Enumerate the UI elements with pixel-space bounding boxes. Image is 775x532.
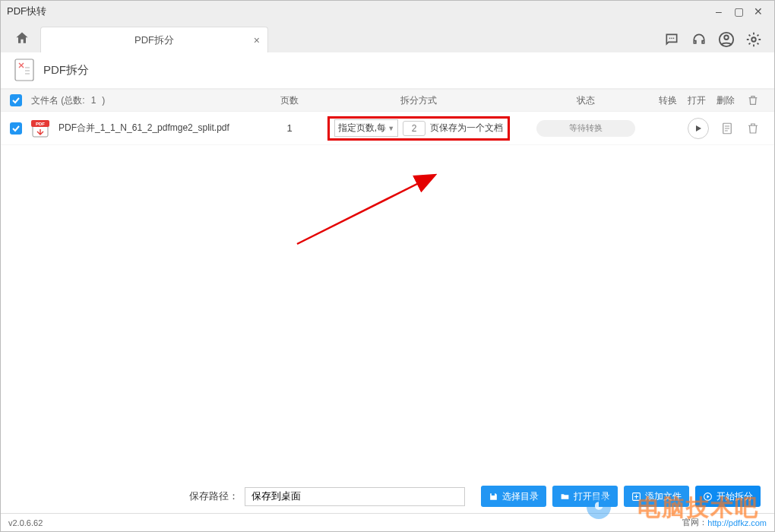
svg-line-11 bbox=[297, 176, 434, 244]
pdf-file-icon: PDF bbox=[31, 119, 52, 138]
site-label: 官网： bbox=[682, 517, 707, 528]
file-row: PDF PDF合并_1_1_N_61_2_pdfmge2_split.pdf 1… bbox=[1, 112, 774, 145]
filename: PDF合并_1_1_N_61_2_pdfmge2_split.pdf bbox=[59, 122, 229, 135]
home-icon bbox=[14, 30, 30, 46]
pdf-split-page-icon bbox=[14, 59, 36, 83]
add-file-button[interactable]: 添加文件 bbox=[624, 486, 689, 507]
open-dir-button[interactable]: 打开目录 bbox=[552, 486, 618, 507]
col-pages: 页数 bbox=[274, 94, 305, 107]
site-url[interactable]: http://pdfkz.com bbox=[707, 518, 767, 527]
svg-text:PDF: PDF bbox=[36, 122, 45, 126]
annotation-arrow bbox=[289, 168, 457, 252]
svg-point-1 bbox=[671, 38, 672, 40]
chat-icon[interactable] bbox=[663, 31, 680, 48]
svg-rect-6 bbox=[15, 59, 33, 81]
col-filename: 文件名 (总数:1) bbox=[31, 94, 274, 107]
pages-value: 1 bbox=[274, 122, 305, 134]
gear-icon[interactable] bbox=[745, 31, 762, 48]
svg-point-2 bbox=[673, 38, 675, 40]
version-text: v2.0.6.62 bbox=[8, 518, 43, 527]
toolbar: PDF拆分 × bbox=[1, 22, 774, 52]
col-mode: 拆分方式 bbox=[305, 94, 533, 107]
footer-bar: 保存路径： 选择目录 打开目录 添加文件 开始拆分 bbox=[1, 481, 774, 511]
col-status: 状态 bbox=[533, 94, 639, 107]
tab-pdf-split[interactable]: PDF拆分 × bbox=[40, 27, 268, 52]
svg-point-4 bbox=[724, 36, 729, 40]
app-title: PDF快转 bbox=[7, 5, 46, 18]
row-checkbox[interactable] bbox=[10, 122, 22, 135]
chevron-down-icon: ▼ bbox=[388, 125, 394, 132]
page-title: PDF拆分 bbox=[43, 63, 89, 78]
split-mode-select[interactable]: 指定页数,每▼ bbox=[334, 119, 398, 137]
mode-suffix-text: 页保存为一个文档 bbox=[430, 122, 503, 135]
pages-per-doc-input[interactable] bbox=[403, 121, 425, 136]
select-all-checkbox[interactable] bbox=[10, 94, 22, 106]
tab-title: PDF拆分 bbox=[52, 33, 257, 47]
save-icon bbox=[489, 492, 498, 502]
save-path-input[interactable] bbox=[245, 487, 465, 506]
svg-point-0 bbox=[669, 38, 671, 40]
title-bar: PDF快转 – ▢ ✕ bbox=[1, 1, 774, 22]
status-pill: 等待转换 bbox=[536, 120, 635, 137]
col-actions-head: 转换 打开 删除 bbox=[639, 93, 774, 108]
close-button[interactable]: ✕ bbox=[748, 5, 768, 17]
start-split-button[interactable]: 开始拆分 bbox=[695, 486, 761, 507]
tab-close-button[interactable]: × bbox=[254, 34, 260, 46]
delete-row-button[interactable] bbox=[745, 121, 761, 136]
clear-all-icon[interactable] bbox=[745, 93, 761, 108]
choose-dir-button[interactable]: 选择目录 bbox=[481, 486, 546, 507]
home-button[interactable] bbox=[8, 27, 36, 49]
list-header: 文件名 (总数:1) 页数 拆分方式 状态 转换 打开 删除 bbox=[1, 89, 774, 112]
status-bar: v2.0.6.62 官网： http://pdfkz.com bbox=[1, 513, 774, 531]
play-circle-icon bbox=[703, 492, 713, 502]
open-file-button[interactable] bbox=[720, 121, 735, 136]
split-mode-highlight: 指定页数,每▼ 页保存为一个文档 bbox=[327, 116, 510, 141]
convert-button[interactable] bbox=[688, 118, 709, 139]
user-icon[interactable] bbox=[718, 31, 735, 48]
headphones-icon[interactable] bbox=[691, 31, 707, 48]
plus-icon bbox=[631, 492, 641, 502]
minimize-button[interactable]: – bbox=[709, 5, 729, 17]
folder-icon bbox=[560, 492, 570, 502]
page-header: PDF拆分 bbox=[1, 52, 774, 89]
svg-point-5 bbox=[751, 37, 756, 42]
save-path-label: 保存路径： bbox=[189, 489, 239, 503]
maximize-button[interactable]: ▢ bbox=[729, 5, 748, 17]
